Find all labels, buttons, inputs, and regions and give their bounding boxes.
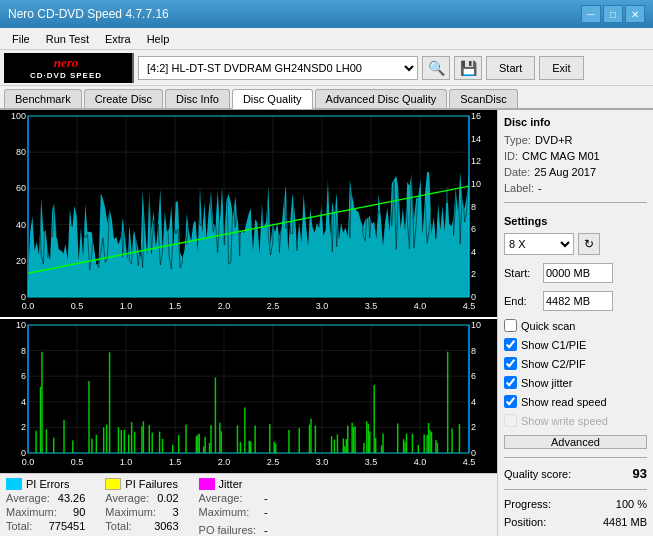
menu-run-test[interactable]: Run Test bbox=[38, 31, 97, 47]
read-speed-checkbox[interactable] bbox=[504, 395, 517, 408]
pi-errors-avg-value: 43.26 bbox=[58, 492, 86, 504]
pi-failures-color bbox=[105, 478, 121, 490]
pi-errors-avg-label: Average: bbox=[6, 492, 50, 504]
pi-failures-max-label: Maximum: bbox=[105, 506, 156, 518]
right-panel: Disc info Type: DVD+R ID: CMC MAG M01 Da… bbox=[498, 110, 653, 536]
position-row: Position: 4481 MB bbox=[504, 516, 647, 528]
pi-errors-max-value: 90 bbox=[73, 506, 85, 518]
advanced-button[interactable]: Advanced bbox=[504, 435, 647, 449]
main-content: PI Errors Average: 43.26 Maximum: 90 Tot… bbox=[0, 110, 653, 536]
tab-scandisc[interactable]: ScanDisc bbox=[449, 89, 517, 108]
pi-errors-label: PI Errors bbox=[26, 478, 69, 490]
jitter-label-setting: Show jitter bbox=[521, 377, 572, 389]
drive-select[interactable]: [4:2] HL-DT-ST DVDRAM GH24NSD0 LH00 bbox=[138, 56, 418, 80]
legend-jitter: Jitter Average: - Maximum: - PO failures… bbox=[199, 478, 268, 536]
exit-button[interactable]: Exit bbox=[539, 56, 583, 80]
tab-benchmark[interactable]: Benchmark bbox=[4, 89, 82, 108]
jitter-label: Jitter bbox=[219, 478, 243, 490]
date-value: 25 Aug 2017 bbox=[534, 166, 596, 178]
c2pif-checkbox[interactable] bbox=[504, 357, 517, 370]
progress-label: Progress: bbox=[504, 498, 551, 510]
legend-pi-errors: PI Errors Average: 43.26 Maximum: 90 Tot… bbox=[6, 478, 85, 536]
pi-errors-max-label: Maximum: bbox=[6, 506, 57, 518]
jitter-color bbox=[199, 478, 215, 490]
write-speed-row: Show write speed bbox=[504, 414, 647, 427]
title-bar: Nero CD-DVD Speed 4.7.7.16 ─ □ ✕ bbox=[0, 0, 653, 28]
po-failures-value: - bbox=[264, 524, 268, 536]
read-speed-label: Show read speed bbox=[521, 396, 607, 408]
jitter-avg-label: Average: bbox=[199, 492, 243, 504]
tab-disc-quality[interactable]: Disc Quality bbox=[232, 89, 313, 109]
quality-score-label: Quality score: bbox=[504, 468, 571, 480]
pi-errors-total-label: Total: bbox=[6, 520, 32, 532]
po-failures-label: PO failures: bbox=[199, 524, 256, 536]
c2pif-label: Show C2/PIF bbox=[521, 358, 586, 370]
close-button[interactable]: ✕ bbox=[625, 5, 645, 23]
read-speed-row: Show read speed bbox=[504, 395, 647, 408]
start-mb-label: Start: bbox=[504, 267, 539, 279]
progress-value: 100 % bbox=[616, 498, 647, 510]
menu-help[interactable]: Help bbox=[139, 31, 178, 47]
progress-row: Progress: 100 % bbox=[504, 498, 647, 510]
id-label: ID: bbox=[504, 150, 518, 162]
app-title: Nero CD-DVD Speed 4.7.7.16 bbox=[8, 7, 169, 21]
pi-failures-total-label: Total: bbox=[105, 520, 131, 532]
jitter-avg-value: - bbox=[264, 492, 268, 504]
pi-failures-total-value: 3063 bbox=[154, 520, 178, 532]
divider1 bbox=[504, 202, 647, 203]
chart2-canvas bbox=[0, 319, 497, 471]
type-label: Type: bbox=[504, 134, 531, 146]
legend-area: PI Errors Average: 43.26 Maximum: 90 Tot… bbox=[0, 473, 497, 536]
type-value: DVD+R bbox=[535, 134, 573, 146]
end-mb-input[interactable] bbox=[543, 291, 613, 311]
legend-pi-failures: PI Failures Average: 0.02 Maximum: 3 Tot… bbox=[105, 478, 178, 536]
jitter-max-label: Maximum: bbox=[199, 506, 250, 518]
quality-score-row: Quality score: 93 bbox=[504, 466, 647, 481]
start-mb-input[interactable] bbox=[543, 263, 613, 283]
speed-select[interactable]: 8 X Maximum 2 X 4 X 16 X bbox=[504, 233, 574, 255]
pi-failures-avg-value: 0.02 bbox=[157, 492, 178, 504]
menu-file[interactable]: File bbox=[4, 31, 38, 47]
tab-advanced-disc-quality[interactable]: Advanced Disc Quality bbox=[315, 89, 448, 108]
c1pie-label: Show C1/PIE bbox=[521, 339, 586, 351]
window-controls: ─ □ ✕ bbox=[581, 5, 645, 23]
quick-scan-row: Quick scan bbox=[504, 319, 647, 332]
tab-bar: Benchmark Create Disc Disc Info Disc Qua… bbox=[0, 86, 653, 110]
jitter-row: Show jitter bbox=[504, 376, 647, 389]
quality-score-value: 93 bbox=[633, 466, 647, 481]
menu-extra[interactable]: Extra bbox=[97, 31, 139, 47]
pi-errors-total-value: 775451 bbox=[49, 520, 86, 532]
chart-pi-errors bbox=[0, 110, 497, 317]
tab-create-disc[interactable]: Create Disc bbox=[84, 89, 163, 108]
quick-scan-label: Quick scan bbox=[521, 320, 575, 332]
position-value: 4481 MB bbox=[603, 516, 647, 528]
jitter-max-value: - bbox=[264, 506, 268, 518]
chart1-canvas bbox=[0, 110, 497, 315]
pi-errors-color bbox=[6, 478, 22, 490]
disc-info-title: Disc info bbox=[504, 116, 647, 128]
jitter-checkbox[interactable] bbox=[504, 376, 517, 389]
divider2 bbox=[504, 457, 647, 458]
tab-disc-info[interactable]: Disc Info bbox=[165, 89, 230, 108]
divider3 bbox=[504, 489, 647, 490]
refresh-drives-button[interactable]: 🔍 bbox=[422, 56, 450, 80]
settings-title: Settings bbox=[504, 215, 647, 227]
pi-failures-label: PI Failures bbox=[125, 478, 178, 490]
chart-pi-failures bbox=[0, 319, 497, 473]
minimize-button[interactable]: ─ bbox=[581, 5, 601, 23]
quick-scan-checkbox[interactable] bbox=[504, 319, 517, 332]
disc-label-label: Label: bbox=[504, 182, 534, 194]
start-button[interactable]: Start bbox=[486, 56, 535, 80]
refresh-speed-button[interactable]: ↻ bbox=[578, 233, 600, 255]
save-button[interactable]: 💾 bbox=[454, 56, 482, 80]
charts-wrapper bbox=[0, 110, 497, 473]
c1pie-row: Show C1/PIE bbox=[504, 338, 647, 351]
c2pif-row: Show C2/PIF bbox=[504, 357, 647, 370]
pi-failures-max-value: 3 bbox=[172, 506, 178, 518]
maximize-button[interactable]: □ bbox=[603, 5, 623, 23]
id-value: CMC MAG M01 bbox=[522, 150, 600, 162]
position-label: Position: bbox=[504, 516, 546, 528]
nero-logo: nero CD·DVD SPEED bbox=[4, 53, 134, 83]
c1pie-checkbox[interactable] bbox=[504, 338, 517, 351]
write-speed-checkbox bbox=[504, 414, 517, 427]
